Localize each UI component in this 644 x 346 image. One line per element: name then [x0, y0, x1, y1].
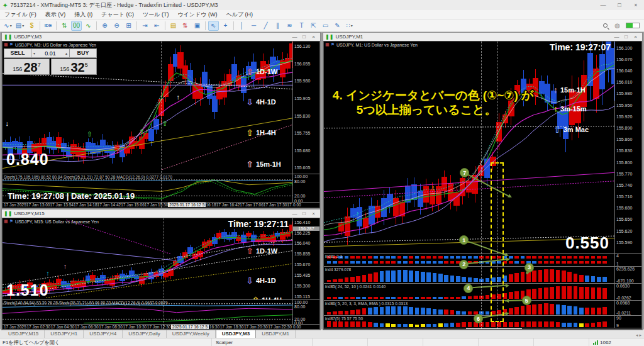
- chart-window-titlebar[interactable]: ❚❚USDJPY,M1—□×: [323, 33, 642, 41]
- chart-shift-icon[interactable]: ⇥: [140, 21, 150, 31]
- cursor-icon[interactable]: ⇖: [208, 21, 219, 31]
- volume-stepper[interactable]: ▾0.01▴: [31, 48, 69, 58]
- indicator-plot[interactable]: Stoch(140,84,84) 53.20 26.25 Stoch(35,21…: [3, 300, 293, 324]
- close-button[interactable]: ×: [309, 210, 318, 218]
- indicator-plot[interactable]: Stoch(175,105,105) 80.52 80.84 Stoch(35,…: [3, 174, 293, 202]
- menu-item[interactable]: 挿入 (I): [70, 10, 97, 20]
- buy-price[interactable]: 156325: [51, 59, 97, 75]
- price-scale[interactable]: 156.100156.070156.040156.010155.980155.9…: [615, 42, 641, 253]
- fibonacci-icon[interactable]: ≋: [284, 21, 295, 31]
- indicator-scale-label: 20.00: [294, 194, 306, 198]
- volume-up-icon[interactable]: ▴: [64, 51, 69, 55]
- status-cell: [533, 338, 589, 346]
- indicator-plot[interactable]: ind81 2 3: [324, 254, 615, 266]
- price-scale[interactable]: 156.410156.225156.040155.855155.670155.4…: [293, 218, 319, 299]
- chart-tab-usdjpy-h4[interactable]: USDJPY,H4: [84, 330, 123, 338]
- close-button[interactable]: ×: [309, 33, 318, 41]
- minimize-button[interactable]: —: [290, 33, 299, 41]
- bar-chart-icon[interactable]: ⇅: [59, 21, 70, 31]
- zoom-in-icon[interactable]: ⊕: [99, 21, 110, 31]
- zoom-out-icon[interactable]: ⊖: [111, 21, 122, 31]
- indicator-plot[interactable]: ind87(5) 75 57 75 50: [324, 316, 615, 328]
- indicator-plot[interactable]: ind86( 5, 20, 3, 3, EMA, EMA ) 0.0315 0.…: [324, 301, 615, 315]
- price-scale[interactable]: 156.130156.055155.980155.905155.830155.7…: [293, 42, 319, 174]
- sell-button[interactable]: SELL: [4, 48, 31, 58]
- profiles-icon[interactable]: ▤▾: [14, 21, 25, 31]
- minimize-button[interactable]: —: [290, 210, 299, 218]
- time-axis[interactable]: 17 Jan 202517 Jan 02:3017 Jan 04:3017 Ja…: [3, 325, 293, 329]
- new-chart-icon[interactable]: ∿▾: [3, 21, 13, 31]
- menu-item[interactable]: ヘルプ (H): [221, 10, 257, 20]
- volume-down-icon[interactable]: ▾: [31, 51, 37, 55]
- chart-tab-usdjpy-daily[interactable]: USDJPY,Daily: [123, 330, 167, 338]
- menu-item[interactable]: ウインドウ (W): [173, 10, 221, 20]
- indicator-scale[interactable]: 0.0630-0.0262: [615, 284, 641, 300]
- more-tools-icon[interactable]: ∷▾: [344, 21, 355, 31]
- sell-price[interactable]: 156287: [4, 59, 50, 75]
- indicator-bar: [497, 310, 501, 315]
- line-chart-icon[interactable]: ∿: [83, 21, 94, 31]
- window-titlebar[interactable]: ✦ 75137214 - XMTrading-MT5 3: デモ口座 - Hed…: [0, 0, 644, 10]
- candlestick-chart-icon[interactable]: 00: [71, 21, 82, 31]
- maximize-button[interactable]: □: [621, 33, 631, 41]
- tab-scroll-arrows[interactable]: ◂ ▸: [636, 333, 644, 338]
- chart-tab-usdjpy-weekly[interactable]: USDJPY,Weekly: [167, 330, 216, 338]
- indicator-bar: [486, 278, 490, 282]
- horizontal-line-icon[interactable]: ─: [248, 21, 259, 31]
- indicator-plot[interactable]: ind4 3279.078: [324, 267, 615, 283]
- menu-item[interactable]: 表示 (V): [41, 10, 70, 20]
- objects-icon[interactable]: ✎: [332, 21, 343, 31]
- chart-tab-usdjpy-m1[interactable]: USDJPY,M1: [256, 330, 296, 338]
- price-plot[interactable]: ▦⚑USDJPY, M15: US Dollar vs Japanese Yen…: [3, 218, 293, 299]
- trendline-icon[interactable]: ╱: [260, 21, 271, 31]
- indicator-scale[interactable]: 909: [615, 316, 641, 328]
- minimize-button[interactable]: —: [612, 33, 621, 41]
- indicator-bar: [374, 272, 378, 282]
- chart-window-titlebar[interactable]: ❚❚USDJPY,M3—□×: [2, 33, 320, 41]
- new-order-icon[interactable]: ⇅: [180, 21, 191, 31]
- close-button[interactable]: ×: [628, 0, 644, 10]
- maximize-button[interactable]: □: [299, 33, 309, 41]
- minimize-button[interactable]: —: [595, 0, 611, 10]
- metaeditor-icon[interactable]: IDE: [43, 21, 53, 31]
- search-icon[interactable]: [600, 21, 611, 31]
- maximize-button[interactable]: □: [299, 210, 309, 218]
- indicator-scale[interactable]: 100.0080.0020.000.00: [293, 300, 319, 324]
- vertical-line-icon[interactable]: │: [236, 21, 247, 31]
- chart-tab-usdjpy-m15[interactable]: USDJPY,M15: [3, 330, 45, 338]
- time-axis[interactable]: 17 Jan 202517 Jan 15:4717 Jan 15:5117 Ja…: [324, 328, 615, 330]
- text-icon[interactable]: T: [296, 21, 307, 31]
- chart-window-m3[interactable]: ❚❚USDJPY,M3—□×▦⚑USDJPY, M3: US Dollar vs…: [1, 32, 321, 209]
- indicator-dot: [562, 256, 566, 259]
- crosshair-icon[interactable]: +: [220, 21, 231, 31]
- arrows-gallery-icon[interactable]: ⇱: [308, 21, 319, 31]
- menu-item[interactable]: ツール (T): [138, 10, 173, 20]
- indicator-plot[interactable]: ind85( 24, 52, 10 ) 0.0241 0.0140: [324, 284, 615, 300]
- chart-window-titlebar[interactable]: ❚❚USDJPY,M15—□×: [2, 209, 320, 218]
- algo-trading-icon[interactable]: $: [26, 21, 37, 31]
- indicator-scale[interactable]: 0.0968-0.0211: [615, 301, 641, 315]
- indicator-scale[interactable]: 6235.626-670.100: [615, 267, 641, 283]
- time-axis[interactable]: 17 Jan 202517 Jan 13:0017 Jan 13:5417 Ja…: [3, 203, 293, 207]
- chart-window-m1[interactable]: ❚❚USDJPY,M1—□×▦⚑USDJPY, M1: US Dollar vs…: [323, 32, 643, 330]
- menu-item[interactable]: ファイル (F): [0, 10, 41, 20]
- maximize-button[interactable]: □: [611, 0, 628, 10]
- indicator-dot: [421, 256, 425, 259]
- depth-of-market-icon[interactable]: ▤: [168, 21, 179, 31]
- auto-scroll-icon[interactable]: ⇤: [152, 21, 162, 31]
- indicator-scale[interactable]: 41: [615, 254, 641, 266]
- channel-icon[interactable]: ∥: [272, 21, 283, 31]
- community-icon[interactable]: ◍: [612, 21, 623, 31]
- price-plot[interactable]: ▦⚑USDJPY, M3: US Dollar vs Japanese Yen⇧…: [3, 42, 293, 174]
- chart-tab-usdjpy-h1[interactable]: USDJPY,H1: [45, 330, 84, 338]
- rectangle-icon[interactable]: ▭: [320, 21, 331, 31]
- chart-window-m15[interactable]: ❚❚USDJPY,M15—□×▦⚑USDJPY, M15: US Dollar …: [1, 209, 321, 330]
- indicator-scale[interactable]: 100.0080.0020.000.00: [293, 174, 319, 202]
- price-plot[interactable]: ▦⚑USDJPY, M1: US Dollar vs Japanese Yen↑…: [324, 42, 615, 253]
- chart-tab-usdjpy-m3[interactable]: USDJPY,M3: [216, 329, 256, 338]
- screenshot-icon[interactable]: ▣: [192, 21, 203, 31]
- grid-icon[interactable]: ⊞: [123, 21, 134, 31]
- buy-button[interactable]: BUY: [69, 48, 97, 58]
- menu-item[interactable]: チャート (C): [97, 10, 138, 20]
- close-button[interactable]: ×: [631, 33, 640, 41]
